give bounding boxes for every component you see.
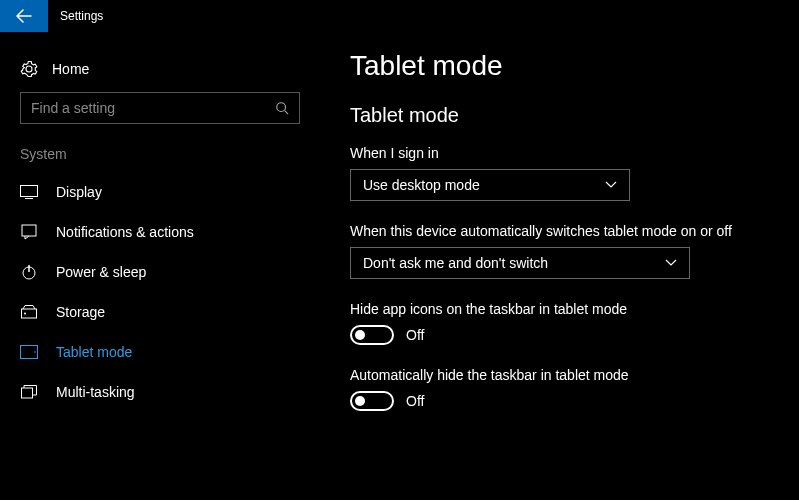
svg-point-10 [34,351,36,353]
autoswitch-label: When this device automatically switches … [350,223,769,239]
page-title: Tablet mode [350,50,769,82]
svg-rect-7 [22,309,37,318]
section-title: Tablet mode [350,104,769,127]
sidebar-item-label: Storage [56,304,105,320]
notifications-icon [20,224,38,240]
sidebar-item-label: Notifications & actions [56,224,194,240]
hide-icons-toggle[interactable] [350,325,394,345]
chevron-down-icon [665,259,677,267]
multitasking-icon [20,385,38,399]
sidebar-group-header: System [0,146,320,172]
power-icon [20,264,38,280]
hide-taskbar-state: Off [406,393,424,409]
sidebar-item-display[interactable]: Display [0,172,320,212]
search-input[interactable] [20,92,300,124]
sidebar-item-power-sleep[interactable]: Power & sleep [0,252,320,292]
svg-rect-11 [22,388,33,398]
signin-select[interactable]: Use desktop mode [350,169,630,201]
arrow-left-icon [16,8,32,24]
sidebar-item-label: Display [56,184,102,200]
sidebar-item-label: Multi-tasking [56,384,135,400]
gear-icon [20,60,38,78]
toggle-knob [355,330,365,340]
window-title: Settings [48,9,103,23]
svg-rect-2 [21,186,38,197]
autoswitch-select-value: Don't ask me and don't switch [363,255,548,271]
svg-point-8 [24,313,26,315]
search-field[interactable] [31,100,275,116]
hide-taskbar-toggle[interactable] [350,391,394,411]
titlebar: Settings [0,0,799,32]
sidebar-item-storage[interactable]: Storage [0,292,320,332]
sidebar-item-notifications[interactable]: Notifications & actions [0,212,320,252]
tablet-icon [20,345,38,359]
svg-rect-4 [22,225,36,236]
home-label: Home [52,61,89,77]
svg-point-0 [277,103,286,112]
svg-line-1 [285,111,289,115]
sidebar-item-label: Power & sleep [56,264,146,280]
sidebar: Home System Display Notifications & acti… [0,32,320,500]
content-pane: Tablet mode Tablet mode When I sign in U… [320,32,799,500]
autoswitch-select[interactable]: Don't ask me and don't switch [350,247,690,279]
sidebar-item-multitasking[interactable]: Multi-tasking [0,372,320,412]
storage-icon [20,305,38,319]
home-button[interactable]: Home [0,52,320,92]
back-button[interactable] [0,0,48,32]
sidebar-item-label: Tablet mode [56,344,132,360]
toggle-knob [355,396,365,406]
monitor-icon [20,185,38,199]
signin-select-value: Use desktop mode [363,177,480,193]
hide-taskbar-label: Automatically hide the taskbar in tablet… [350,367,769,383]
hide-icons-state: Off [406,327,424,343]
sidebar-item-tablet-mode[interactable]: Tablet mode [0,332,320,372]
search-icon [275,101,289,115]
signin-label: When I sign in [350,145,769,161]
chevron-down-icon [605,181,617,189]
hide-icons-label: Hide app icons on the taskbar in tablet … [350,301,769,317]
